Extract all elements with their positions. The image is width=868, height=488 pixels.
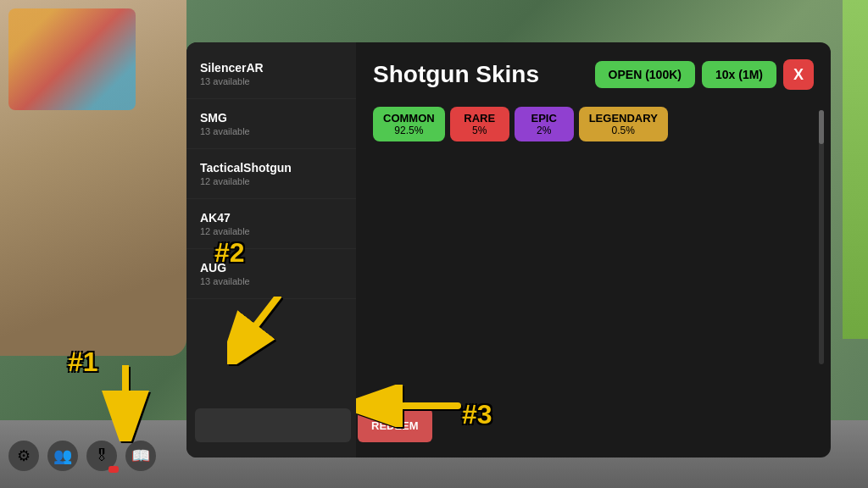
annotation-2: #2 [214, 237, 245, 269]
sidebar-item-silencerar[interactable]: SilencerAR 13 available [186, 49, 356, 99]
arrow-3 [356, 385, 466, 427]
page-title: Shotgun Skins [373, 61, 539, 88]
rarity-rare-pct: 5% [460, 125, 499, 136]
sidebar-item-silencerar-label: SilencerAR [200, 61, 342, 75]
sidebar-item-tacticalshotgun[interactable]: TacticalShotgun 12 available [186, 149, 356, 199]
rarity-epic-name: EPIC [525, 112, 564, 125]
rarity-common: COMMON 92.5% [373, 107, 445, 141]
close-button[interactable]: X [783, 59, 814, 90]
header-buttons: OPEN (100K) 10x (1M) X [595, 59, 814, 90]
rarity-rare: RARE 5% [450, 107, 509, 141]
sidebar-item-tacticalshotgun-sub: 12 available [200, 176, 342, 186]
scroll-thumb[interactable] [819, 110, 824, 144]
sidebar-item-smg-label: SMG [200, 111, 342, 125]
arrow-2 [227, 297, 295, 364]
sidebar-item-ak47-label: AK47 [200, 211, 342, 225]
graffiti-bg [8, 8, 136, 110]
bottom-icons: ⚙ 👥 🎖 📖 [8, 441, 156, 471]
sidebar-item-tacticalshotgun-label: TacticalShotgun [200, 161, 342, 175]
badge-icon[interactable]: 🎖 [86, 441, 117, 471]
rarity-legendary: LEGENDARY 0.5% [579, 107, 668, 141]
open-10x-button[interactable]: 10x (1M) [702, 61, 776, 88]
book-icon[interactable]: 📖 [125, 441, 156, 471]
rarity-rare-name: RARE [460, 112, 499, 125]
open-button[interactable]: OPEN (100K) [595, 61, 695, 88]
gear-icon[interactable]: ⚙ [8, 441, 39, 471]
rarity-epic-pct: 2% [525, 125, 564, 136]
rarity-epic: EPIC 2% [515, 107, 574, 141]
sidebar-item-ak47-sub: 12 available [200, 226, 342, 236]
annotation-1: #1 [68, 347, 98, 378]
sidebar-item-ak47[interactable]: AK47 12 available [186, 199, 356, 249]
rarity-legendary-pct: 0.5% [589, 125, 658, 136]
scrollbar[interactable] [819, 110, 824, 364]
sidebar-item-smg[interactable]: SMG 13 available [186, 99, 356, 149]
rarity-legendary-name: LEGENDARY [589, 112, 658, 125]
code-input[interactable] [195, 408, 351, 442]
sidebar-bottom: REDEEM [186, 400, 356, 451]
modal: SilencerAR 13 available SMG 13 available… [186, 42, 831, 458]
sidebar-item-aug-sub: 13 available [200, 276, 342, 286]
svg-line-3 [236, 297, 278, 352]
sidebar-item-silencerar-sub: 13 available [200, 76, 342, 86]
people-icon[interactable]: 👥 [47, 441, 78, 471]
sidebar: SilencerAR 13 available SMG 13 available… [186, 42, 356, 458]
sidebar-item-aug[interactable]: AUG 13 available [186, 249, 356, 299]
rarity-common-name: COMMON [383, 112, 435, 125]
rarity-row: COMMON 92.5% RARE 5% EPIC 2% LEGENDARY 0… [373, 107, 814, 141]
sidebar-item-smg-sub: 13 available [200, 126, 342, 136]
main-header: Shotgun Skins OPEN (100K) 10x (1M) X [373, 59, 814, 90]
annotation-3: #3 [462, 399, 492, 430]
grass-bg [843, 0, 868, 339]
rarity-common-pct: 92.5% [383, 125, 435, 136]
badge-notification [108, 466, 119, 473]
arrow-1 [100, 365, 151, 441]
